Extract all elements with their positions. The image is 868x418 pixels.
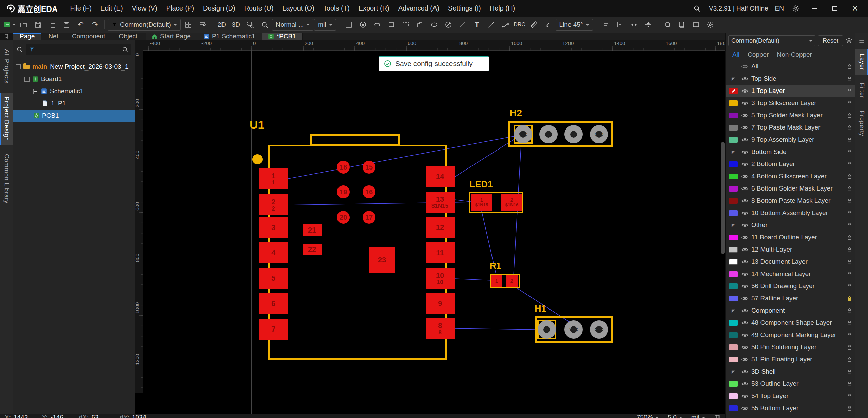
pad-tool-icon[interactable]	[370, 18, 384, 31]
layer-color-swatch[interactable]	[728, 344, 738, 350]
component-outline[interactable]	[310, 134, 400, 145]
layer-color-swatch[interactable]	[729, 320, 738, 326]
lock-icon[interactable]	[847, 64, 852, 69]
visibility-eye-icon[interactable]	[741, 272, 748, 276]
menu-item-route[interactable]: Route (U)	[240, 2, 278, 14]
minimize-button[interactable]	[808, 3, 821, 14]
visibility-eye-icon[interactable]	[741, 77, 748, 81]
lock-icon[interactable]	[847, 369, 852, 375]
tab-net[interactable]: Net	[41, 33, 65, 40]
lock-icon[interactable]	[847, 174, 852, 179]
layer-color-swatch[interactable]	[728, 88, 738, 94]
layer-section-top-side[interactable]: ◤Top Side	[726, 73, 855, 85]
layer-color-swatch[interactable]	[728, 113, 738, 118]
pcb-pad[interactable]: 1$1N15	[471, 194, 492, 211]
panel-layout-icon[interactable]	[181, 18, 195, 31]
layer-section-component[interactable]: ◤Component	[726, 304, 855, 317]
pcb-pad[interactable]: 1010	[426, 268, 455, 289]
layer-color-swatch[interactable]	[728, 174, 738, 179]
layer-row-2-bottom-layer[interactable]: 2 Bottom Layer	[726, 158, 855, 170]
pcb-pad-round[interactable]: 18	[337, 161, 350, 174]
layer-color-swatch[interactable]	[728, 296, 738, 301]
visibility-eye-icon[interactable]	[741, 382, 748, 386]
menu-item-view[interactable]: View (V)	[128, 2, 162, 14]
layer-row-6-bottom-solder-mask-layer[interactable]: 6 Bottom Solder Mask Layer	[726, 182, 855, 195]
visibility-eye-icon[interactable]	[741, 89, 748, 93]
lock-icon[interactable]	[847, 271, 852, 277]
tree-root-row[interactable]: main New Project_2026-03-03_1	[13, 61, 135, 73]
layer-color-swatch[interactable]	[729, 259, 738, 265]
layer-row-7-top-paste-mask-layer[interactable]: 7 Top Paste Mask Layer	[726, 121, 855, 134]
layer-color-swatch[interactable]	[728, 125, 738, 131]
lock-icon[interactable]	[847, 320, 852, 326]
pcb-pad[interactable]: 9	[426, 293, 455, 314]
rect-tool-icon[interactable]	[385, 18, 398, 31]
view-3d-button[interactable]: 3D	[229, 18, 243, 31]
menu-item-design[interactable]: Design (D)	[198, 2, 240, 14]
pcb-pad[interactable]: 1	[491, 275, 502, 287]
lock-icon[interactable]	[847, 381, 852, 387]
pcb-pad[interactable]: 2$1N16	[501, 194, 522, 211]
grid-size-dropdown[interactable]: 5.0	[668, 414, 682, 418]
section-collapse-icon[interactable]: ◤	[728, 308, 738, 313]
layer-color-swatch[interactable]	[728, 393, 738, 399]
layer-row-11-board-outline-layer[interactable]: 11 Board Outline Layer	[726, 231, 855, 243]
layer-row-49-component-marking-layer[interactable]: 49 Component Marking Layer	[726, 329, 855, 341]
pcb-pad[interactable]: 11	[259, 168, 288, 189]
visibility-eye-icon[interactable]	[741, 186, 748, 191]
lock-icon[interactable]	[847, 186, 852, 192]
rail-item-project-design[interactable]: Project Design	[0, 93, 13, 145]
pcb-pad[interactable]: 12	[426, 217, 455, 238]
layer-color-swatch[interactable]	[729, 381, 738, 387]
section-collapse-icon[interactable]: ◤	[728, 150, 738, 155]
layer-color-swatch[interactable]	[729, 405, 738, 411]
layer-color-swatch[interactable]	[729, 198, 738, 204]
visibility-eye-icon[interactable]	[741, 211, 748, 215]
layer-color-swatch[interactable]	[729, 344, 738, 350]
visibility-eye-icon[interactable]	[741, 138, 748, 142]
unit-dropdown[interactable]: mil	[314, 19, 336, 31]
through-hole-pad[interactable]: VCC	[564, 320, 583, 339]
via-tool-icon[interactable]	[356, 18, 370, 31]
layer-color-swatch[interactable]	[728, 210, 738, 216]
footprint-manager-icon[interactable]	[661, 18, 674, 31]
line-mode-dropdown[interactable]: Line 45°	[556, 19, 593, 31]
through-hole-pad[interactable]: VCC	[514, 125, 532, 143]
lock-icon[interactable]	[847, 149, 852, 155]
lock-icon[interactable]	[847, 125, 852, 131]
layer-row-55-bottom-layer[interactable]: 55 Bottom Layer	[726, 402, 855, 414]
layer-row-57-ratline-layer[interactable]: 57 Ratline Layer	[726, 292, 855, 304]
pcb-canvas[interactable]: 1122345671413$1N15121110109882122231$1N1…	[135, 40, 725, 414]
layer-color-swatch[interactable]	[729, 174, 738, 179]
layer-color-swatch[interactable]	[729, 161, 738, 167]
pcb-pad-round[interactable]: 15	[363, 161, 375, 174]
align-icon[interactable]	[599, 18, 612, 31]
layer-color-swatch[interactable]	[728, 161, 738, 167]
menu-item-help[interactable]: Help (H)	[485, 2, 519, 14]
layer-color-swatch[interactable]	[729, 393, 738, 399]
layer-row-10-bottom-assembly-layer[interactable]: 10 Bottom Assembly Layer	[726, 207, 855, 219]
layer-row-13-document-layer[interactable]: 13 Document Layer	[726, 256, 855, 268]
lock-icon[interactable]	[847, 88, 852, 94]
layer-row-8-bottom-paste-mask-layer[interactable]: 8 Bottom Paste Mask Layer	[726, 195, 855, 207]
pcb-pad[interactable]: 3	[259, 217, 288, 238]
layer-color-swatch[interactable]	[728, 283, 738, 289]
layer-row-14-mechanical-layer[interactable]: 14 Mechanical Layer	[726, 268, 855, 280]
layer-color-swatch[interactable]	[729, 125, 738, 131]
lock-icon[interactable]	[847, 283, 852, 289]
layer-tab-all[interactable]: All	[729, 50, 743, 59]
ellipse-tool-icon[interactable]	[427, 18, 441, 31]
visibility-eye-icon[interactable]	[741, 113, 748, 118]
rail-item-common-library[interactable]: Common Library	[0, 150, 13, 208]
zoom-area-icon[interactable]	[244, 18, 257, 31]
tab-component[interactable]: Component	[65, 33, 112, 40]
collapse-toggle[interactable]	[24, 77, 30, 82]
panelize-icon[interactable]	[689, 18, 703, 31]
through-hole-pad[interactable]: 2	[539, 125, 558, 143]
view-2d-button[interactable]: 2D	[215, 18, 229, 31]
layer-color-swatch[interactable]	[729, 296, 738, 301]
lock-icon[interactable]	[847, 405, 852, 411]
lock-icon[interactable]	[847, 113, 852, 118]
layer-color-swatch[interactable]	[728, 247, 738, 253]
menu-item-layout[interactable]: Layout (O)	[278, 2, 319, 14]
